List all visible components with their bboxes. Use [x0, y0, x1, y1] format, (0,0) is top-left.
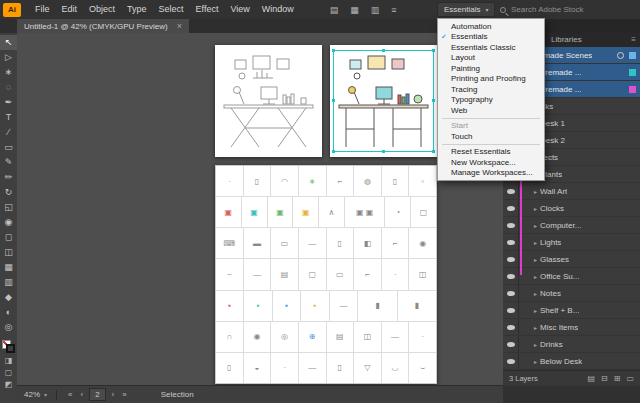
workspace-menu-item-start[interactable]: Start [438, 121, 544, 132]
new-sublayer-icon[interactable]: ⊟ [601, 374, 608, 383]
line-segment-tool[interactable]: ∕ [0, 125, 17, 140]
expand-arrow-icon[interactable]: ▸ [531, 341, 540, 348]
visibility-toggle[interactable] [503, 302, 519, 318]
zoom-dropdown-icon[interactable]: ▾ [44, 391, 47, 398]
type-tool[interactable]: T [0, 110, 17, 125]
layer-row-shelf-b-[interactable]: ▸Shelf + B... [503, 302, 640, 319]
artboard-1-desk-scene-linework[interactable] [215, 45, 322, 157]
layer-row-drinks[interactable]: ▸Drinks [503, 336, 640, 353]
tab-libraries[interactable]: Libraries [543, 33, 590, 47]
layer-row-notes[interactable]: ▸Notes [503, 285, 640, 302]
expand-arrow-icon[interactable]: ▸ [531, 239, 540, 246]
expand-arrow-icon[interactable]: ▸ [531, 256, 540, 263]
draw-mode-icon-1[interactable]: ◨ [5, 356, 13, 365]
draw-mode-icon-3[interactable]: ◩ [5, 380, 13, 389]
visibility-toggle[interactable] [503, 234, 519, 250]
menu-type[interactable]: Type [121, 0, 153, 19]
collect-for-export-icon[interactable]: ▤ [587, 374, 595, 383]
workspace-menu-item-automation[interactable]: Automation [438, 21, 544, 32]
zoom-tool[interactable]: ◎ [0, 320, 17, 335]
expand-arrow-icon[interactable]: ▸ [531, 358, 540, 365]
lasso-tool[interactable]: ◌ [0, 80, 17, 95]
rectangle-tool[interactable]: ▭ [0, 140, 17, 155]
shape-builder-tool[interactable]: ◫ [0, 245, 17, 260]
layer-row-below-desk[interactable]: ▸Below Desk [503, 353, 640, 370]
layer-row-wall-art[interactable]: ▸Wall Art [503, 183, 640, 200]
expand-arrow-icon[interactable]: ▸ [531, 307, 540, 314]
expand-arrow-icon[interactable]: ▸ [531, 222, 540, 229]
workspace-menu-item-painting[interactable]: Painting [438, 63, 544, 74]
workspace-menu-item-tracing[interactable]: Tracing [438, 84, 544, 95]
menu-edit[interactable]: Edit [56, 0, 84, 19]
blend-tool[interactable]: ◐ [0, 305, 17, 320]
menu-window[interactable]: Window [256, 0, 300, 19]
layer-row-lights[interactable]: ▸Lights [503, 234, 640, 251]
artboard-2-desk-scene-color-selected[interactable] [330, 45, 437, 157]
expand-arrow-icon[interactable]: ▸ [531, 205, 540, 212]
stroke-swatch[interactable] [6, 344, 15, 353]
workspace-menu-item-layout[interactable]: Layout [438, 53, 544, 64]
previous-artboard-button[interactable]: ‹ [78, 390, 85, 399]
workspace-menu-item-printing-and-proofing[interactable]: Printing and Proofing [438, 74, 544, 85]
expand-arrow-icon[interactable]: ▸ [531, 324, 540, 331]
zoom-level[interactable]: 42% [24, 390, 40, 399]
menu-file[interactable]: File [29, 0, 56, 19]
expand-arrow-icon[interactable]: ▸ [531, 290, 540, 297]
expand-arrow-icon[interactable]: ▸ [531, 188, 540, 195]
free-transform-tool[interactable]: ◻ [0, 230, 17, 245]
visibility-toggle[interactable] [503, 183, 519, 199]
expand-arrow-icon[interactable]: ▸ [531, 273, 540, 280]
target-circle-icon[interactable] [617, 52, 624, 59]
document-tab[interactable]: Untitled-1 @ 42% (CMYK/GPU Preview) × [17, 19, 189, 33]
visibility-toggle[interactable] [503, 251, 519, 267]
workspace-menu-item-essentials[interactable]: ✓Essentials [438, 32, 544, 43]
new-layer-icon[interactable]: ⊞ [614, 374, 621, 383]
menu-object[interactable]: Object [83, 0, 121, 19]
visibility-toggle[interactable] [503, 353, 519, 369]
canvas-pasteboard[interactable]: ∙▯◠∗⌐◍▯▫▣▣▣▣∧▣ ▣◔▢⌨▬▭—▯◧⌐◉~—▤▢▭⌐∙◫▪▪▪▪—▮… [17, 33, 503, 385]
arrange-documents-icon[interactable]: ▦ [350, 5, 359, 15]
width-tool[interactable]: ◉ [0, 215, 17, 230]
layer-row-clocks[interactable]: ▸Clocks [503, 200, 640, 217]
workspace-menu-item-manage-workspaces-[interactable]: Manage Workspaces... [438, 168, 544, 179]
search-adobe-stock-field[interactable]: Search Adobe Stock [500, 3, 618, 16]
close-icon[interactable]: × [177, 21, 182, 31]
draw-mode-icon-2[interactable]: ▢ [5, 368, 13, 377]
workspace-menu-item-typography[interactable]: Typography [438, 95, 544, 106]
layer-row-office-su-[interactable]: ▸Office Su... [503, 268, 640, 285]
layer-row-misc-items[interactable]: ▸Misc Items [503, 319, 640, 336]
workspace-switcher-button[interactable]: Essentials ▾ [437, 2, 495, 17]
icon-set-artwork-panel[interactable]: ∙▯◠∗⌐◍▯▫▣▣▣▣∧▣ ▣◔▢⌨▬▭—▯◧⌐◉~—▤▢▭⌐∙◫▪▪▪▪—▮… [215, 165, 437, 384]
artboard-number-field[interactable]: 2 [89, 388, 105, 401]
delete-layer-icon[interactable]: ▭ [626, 374, 634, 383]
workspace-menu-item-reset-essentials[interactable]: Reset Essentials [438, 147, 544, 158]
panel-menu-icon[interactable]: ≡ [631, 33, 636, 47]
eyedropper-tool[interactable]: ◆ [0, 290, 17, 305]
visibility-toggle[interactable] [503, 268, 519, 284]
visibility-toggle[interactable] [503, 319, 519, 335]
workspace-menu-item-web[interactable]: Web [438, 105, 544, 116]
visibility-toggle[interactable] [503, 336, 519, 352]
next-artboard-button[interactable]: › [110, 390, 117, 399]
layer-row-glasses[interactable]: ▸Glasses [503, 251, 640, 268]
selection-tool[interactable]: ↖ [0, 35, 17, 50]
document-setup-icon[interactable]: ▥ [371, 5, 380, 15]
magic-wand-tool[interactable]: ∗ [0, 65, 17, 80]
paintbrush-tool[interactable]: ✎ [0, 155, 17, 170]
fill-stroke-swatches[interactable] [2, 340, 15, 353]
direct-selection-tool[interactable]: ▷ [0, 50, 17, 65]
menu-view[interactable]: View [224, 0, 255, 19]
pencil-tool[interactable]: ✏ [0, 170, 17, 185]
visibility-toggle[interactable] [503, 200, 519, 216]
pen-tool[interactable]: ✒ [0, 95, 17, 110]
workspace-menu-item-touch[interactable]: Touch [438, 131, 544, 142]
visibility-toggle[interactable] [503, 217, 519, 233]
gradient-tool[interactable]: ▥ [0, 275, 17, 290]
rotate-tool[interactable]: ↻ [0, 185, 17, 200]
first-artboard-button[interactable]: « [66, 390, 74, 399]
menu-select[interactable]: Select [153, 0, 190, 19]
mesh-tool[interactable]: ▦ [0, 260, 17, 275]
visibility-toggle[interactable] [503, 285, 519, 301]
workspace-menu-item-essentials-classic[interactable]: Essentials Classic [438, 42, 544, 53]
share-icon[interactable]: ≡ [391, 5, 396, 15]
